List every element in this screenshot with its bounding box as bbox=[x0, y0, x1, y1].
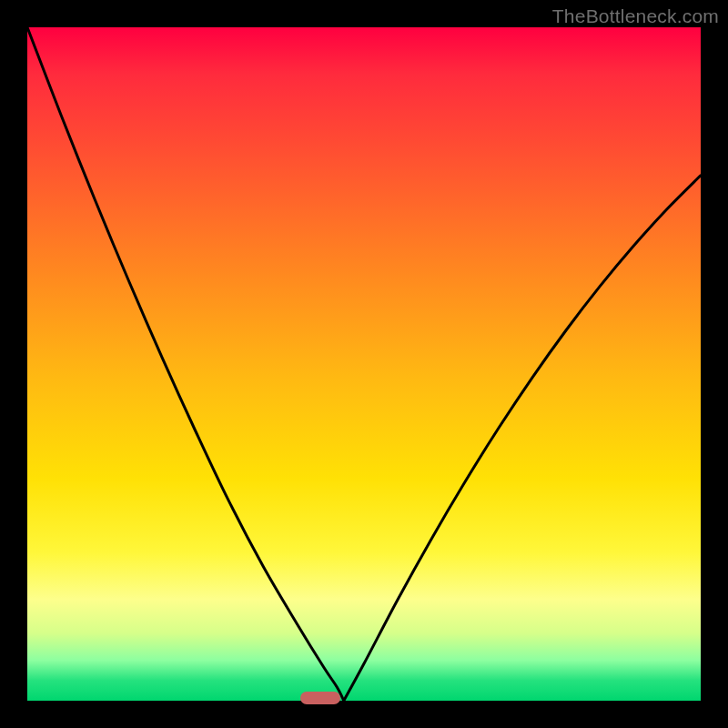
curve-right-branch bbox=[344, 176, 701, 701]
chart-frame: TheBottleneck.com bbox=[0, 0, 728, 728]
optimal-point-marker bbox=[300, 692, 340, 704]
curve-left-branch bbox=[27, 27, 344, 701]
watermark-text: TheBottleneck.com bbox=[552, 5, 719, 27]
bottleneck-curves bbox=[27, 27, 701, 701]
